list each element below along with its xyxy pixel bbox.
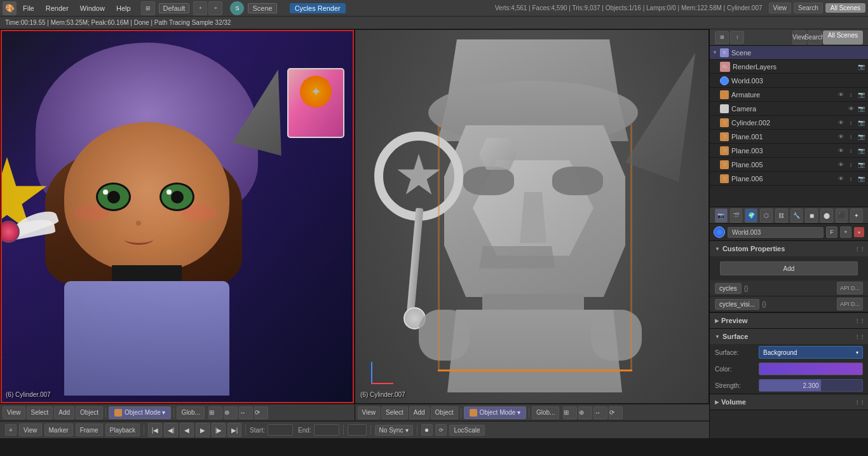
mode-dropdown-left[interactable]: Object Mode ▾ xyxy=(109,406,171,419)
mode-dropdown-right[interactable]: Object Mode ▾ xyxy=(464,406,526,419)
outliner-icon-btn-1[interactable]: ⊞ xyxy=(715,31,729,44)
plane005-render-icon[interactable]: 📷 xyxy=(857,160,865,169)
outliner-item-world[interactable]: World.003 xyxy=(710,74,868,88)
plane001-select-icon[interactable]: ↕ xyxy=(846,132,855,141)
prop-particles-icon[interactable]: ✦ xyxy=(850,209,863,223)
object-btn-right[interactable]: Object xyxy=(431,406,458,419)
world-letter-btn[interactable]: F xyxy=(826,226,837,238)
toolbar-icon-5[interactable]: ⊞ xyxy=(563,406,577,419)
plane006-select-icon[interactable]: ↕ xyxy=(846,174,855,183)
window-menu[interactable]: Window xyxy=(75,3,110,13)
armature-render-icon[interactable]: 📷 xyxy=(857,90,865,99)
scene-selector[interactable]: Scene xyxy=(248,3,276,13)
plane001-vis-icon[interactable]: 👁 xyxy=(836,132,845,141)
armature-select-icon[interactable]: ↕ xyxy=(846,90,855,99)
viewport-right[interactable]: User Ortho xyxy=(355,29,709,404)
world-name-field[interactable]: World.003 xyxy=(728,227,824,238)
prop-constraint-icon[interactable]: ⛓ xyxy=(775,209,788,223)
surface-header[interactable]: ▼ Surface ⋮⋮ xyxy=(710,329,868,344)
next-keyframe-btn[interactable]: |▶ xyxy=(212,423,226,437)
object-btn-left[interactable]: Object xyxy=(76,406,103,419)
play-reverse-btn[interactable]: ◀ xyxy=(180,423,194,437)
outliner-item-scene[interactable]: ▼ S Scene xyxy=(710,46,868,60)
select-btn-left[interactable]: Select xyxy=(27,406,53,419)
play-btn[interactable]: ▶ xyxy=(196,423,210,437)
toolbar-icon-4[interactable]: ⟳ xyxy=(254,406,268,419)
plane005-vis-icon[interactable]: 👁 xyxy=(836,160,845,169)
toolbar-icon-7[interactable]: ↔ xyxy=(593,406,607,419)
plane003-render-icon[interactable]: 📷 xyxy=(857,146,865,155)
volume-header[interactable]: ▶ Volume ⋮⋮ xyxy=(710,394,868,410)
prop-texture-icon[interactable]: ⬛ xyxy=(836,209,848,223)
outliner-all-scenes[interactable]: All Scenes xyxy=(823,31,863,45)
timeline-icon[interactable]: ≡ xyxy=(5,424,17,436)
timeline-marker-btn[interactable]: Marker xyxy=(44,424,73,436)
plane006-vis-icon[interactable]: 👁 xyxy=(836,174,845,183)
file-menu[interactable]: File xyxy=(18,3,39,13)
global-btn-left[interactable]: Glob... xyxy=(177,406,204,419)
world-plus-btn[interactable]: + xyxy=(840,226,851,238)
layout-selector[interactable]: Default xyxy=(159,3,190,13)
record-btn[interactable]: ⏺ xyxy=(421,424,433,436)
camera-vis-icon[interactable]: 👁 xyxy=(846,104,855,113)
preview-header[interactable]: ▶ Preview ⋮⋮ xyxy=(710,313,868,328)
toolbar-icon-3[interactable]: ↔ xyxy=(239,406,253,419)
toolbar-icon-2[interactable]: ⊕ xyxy=(224,406,238,419)
jump-end-btn[interactable]: ▶| xyxy=(227,423,241,437)
prop-modifier-icon[interactable]: 🔧 xyxy=(790,209,803,223)
cycles-api-btn-2[interactable]: API D... xyxy=(837,298,863,310)
surface-dropdown[interactable]: Background ▾ xyxy=(759,346,863,359)
toolbar-icon-1[interactable]: ⊞ xyxy=(208,406,222,419)
prop-data-icon[interactable]: ◼ xyxy=(805,209,818,223)
timeline-frame-btn[interactable]: Frame xyxy=(76,424,103,436)
timeline-playback-btn[interactable]: Playback xyxy=(105,424,140,436)
outliner-item-plane006[interactable]: ▽ Plane.006 👁 ↕ 📷 xyxy=(710,172,868,186)
cylinder002-vis-icon[interactable]: 👁 xyxy=(836,118,845,127)
outliner-item-armature[interactable]: Armature 👁 ↕ 📷 xyxy=(710,88,868,102)
add-btn-right[interactable]: Add xyxy=(409,406,430,419)
world-close-btn[interactable]: × xyxy=(854,227,864,237)
outliner-item-cylinder002[interactable]: ▽ Cylinder.002 👁 ↕ 📷 xyxy=(710,116,868,130)
plane001-render-icon[interactable]: 📷 xyxy=(857,132,865,141)
outliner-item-plane005[interactable]: ▽ Plane.005 👁 ↕ 📷 xyxy=(710,158,868,172)
add-btn-left[interactable]: Add xyxy=(54,406,74,419)
sync-icon[interactable]: ⟳ xyxy=(435,424,447,436)
cycles-api-btn-1[interactable]: API D... xyxy=(837,282,863,294)
jump-start-btn[interactable]: |◀ xyxy=(148,423,162,437)
armature-vis-icon[interactable]: 👁 xyxy=(836,90,845,99)
end-frame-input[interactable]: 250 xyxy=(314,424,339,436)
start-frame-input[interactable]: 1 xyxy=(268,424,293,436)
strength-input[interactable]: 2.300 xyxy=(759,379,863,392)
toolbar-icon-6[interactable]: ⊕ xyxy=(578,406,592,419)
render-engine-selector[interactable]: Cycles Render xyxy=(290,3,346,13)
view-btn[interactable]: View xyxy=(769,3,792,13)
prop-render-icon[interactable]: 📷 xyxy=(715,209,728,223)
plane003-select-icon[interactable]: ↕ xyxy=(846,146,855,155)
current-frame-input[interactable]: 6 xyxy=(348,424,367,436)
color-picker[interactable] xyxy=(759,363,863,375)
camera-render-icon[interactable]: 📷 xyxy=(857,104,865,113)
search-btn[interactable]: Search xyxy=(794,3,823,13)
view-btn-right[interactable]: View xyxy=(358,406,381,419)
timeline-view-btn[interactable]: View xyxy=(19,424,42,436)
custom-properties-header[interactable]: ▼ Custom Properties ⋮⋮ xyxy=(710,241,868,256)
outliner-item-renderlayers[interactable]: RL RenderLayers 📷 xyxy=(710,60,868,74)
viewport-left[interactable]: ✦ ✦ xyxy=(0,29,355,404)
prop-scene-icon[interactable]: 🎬 xyxy=(730,209,743,223)
layout-remove-icon[interactable]: × xyxy=(208,1,222,15)
renderlayers-render-icon[interactable]: 📷 xyxy=(857,62,865,71)
outliner-item-camera[interactable]: C Camera 👁 📷 xyxy=(710,102,868,116)
prop-world-icon[interactable]: 🌍 xyxy=(745,209,757,223)
cylinder002-render-icon[interactable]: 📷 xyxy=(857,118,865,127)
outliner-icon-btn-2[interactable]: ↕ xyxy=(730,31,744,44)
all-scenes-btn[interactable]: All Scenes xyxy=(825,3,865,13)
render-menu[interactable]: Render xyxy=(41,3,74,13)
prop-material-icon[interactable]: ⬤ xyxy=(820,209,833,223)
locscale-btn[interactable]: LocScale xyxy=(449,425,484,436)
plane005-select-icon[interactable]: ↕ xyxy=(846,160,855,169)
sync-selector[interactable]: No Sync ▾ xyxy=(375,425,414,436)
view-btn-left[interactable]: View xyxy=(3,406,25,419)
prev-keyframe-btn[interactable]: ◀| xyxy=(164,423,178,437)
global-btn-right[interactable]: Glob... xyxy=(532,406,559,419)
help-menu[interactable]: Help xyxy=(111,3,136,13)
